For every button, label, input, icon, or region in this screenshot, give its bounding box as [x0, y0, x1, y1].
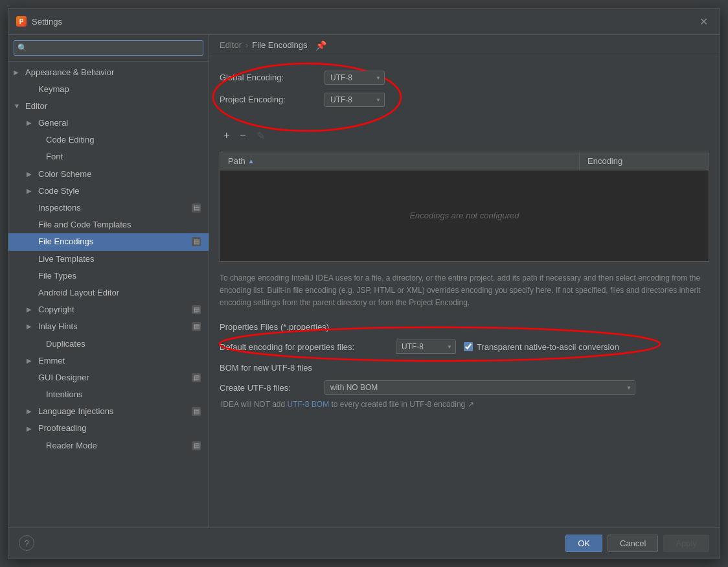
table-toolbar: + − ✎	[220, 125, 709, 146]
sidebar-item-android-layout-editor[interactable]: Android Layout Editor	[8, 284, 209, 301]
expand-arrow: ▶	[27, 305, 34, 314]
bom-section-title: BOM for new UTF-8 files	[220, 363, 709, 373]
footer-left: ?	[19, 535, 34, 551]
sidebar-item-label: Proofreading	[38, 422, 86, 434]
expand-arrow: ▶	[27, 119, 34, 128]
encoding-header-label: Encoding	[587, 156, 622, 166]
sidebar-item-label: File Types	[38, 270, 76, 282]
add-button[interactable]: +	[220, 128, 233, 143]
title-bar: P Settings ✕	[8, 9, 720, 35]
encoding-column-header[interactable]: Encoding	[579, 152, 709, 170]
dialog-footer: ? OK Cancel Apply	[8, 527, 720, 559]
search-box: 🔍	[8, 35, 209, 62]
table-header: Path ▲ Encoding	[220, 152, 709, 170]
bom-hint: IDEA will NOT add UTF-8 BOM to every cre…	[220, 400, 709, 409]
path-header-label: Path	[228, 156, 245, 166]
info-text: To change encoding IntelliJ IDEA uses fo…	[220, 272, 709, 310]
reader-mode-badge: ▤	[192, 441, 201, 450]
properties-section-label: Properties Files (*.properties)	[220, 322, 709, 332]
pin-icon[interactable]: 📌	[315, 40, 326, 51]
project-encoding-row: Project Encoding: UTF-8 UTF-16 ISO-8859-…	[220, 93, 385, 107]
sidebar-item-file-encodings[interactable]: File Encodings ▤	[8, 233, 209, 250]
sidebar-item-label: Emmet	[38, 355, 65, 367]
default-encoding-select[interactable]: UTF-8 UTF-16 ISO-8859-1	[396, 340, 456, 354]
sidebar-item-label: Keymap	[38, 84, 69, 95]
sidebar-item-label: Appearance & Behavior	[25, 67, 114, 78]
sidebar-item-proofreading[interactable]: ▶ Proofreading	[8, 420, 209, 437]
sidebar-item-emmet[interactable]: ▶ Emmet	[8, 353, 209, 369]
default-encoding-label: Default encoding for properties files:	[220, 342, 388, 352]
sidebar-item-intentions[interactable]: Intentions	[8, 386, 209, 403]
sidebar-item-gui-designer[interactable]: GUI Designer ▤	[8, 369, 209, 386]
global-encoding-select[interactable]: UTF-8 UTF-16 ISO-8859-1	[324, 71, 385, 85]
global-encoding-label: Global Encoding:	[220, 73, 317, 82]
sidebar-item-code-editing[interactable]: Code Editing	[8, 132, 209, 148]
bom-hint-link[interactable]: UTF-8 BOM	[287, 400, 329, 409]
copyright-badge: ▤	[192, 305, 201, 314]
dialog-body: 🔍 ▶ Appearance & Behavior Keymap ▼ Edito…	[8, 35, 720, 527]
sidebar-item-label: Code Style	[38, 185, 80, 197]
default-encoding-row: Default encoding for properties files: U…	[220, 340, 709, 354]
apply-button[interactable]: Apply	[663, 535, 709, 552]
sidebar-item-editor[interactable]: ▼ Editor	[8, 98, 209, 115]
sidebar-item-inspections[interactable]: Inspections ▤	[8, 200, 209, 216]
sidebar-item-live-templates[interactable]: Live Templates	[8, 251, 209, 268]
sidebar-item-label: Font	[46, 151, 63, 163]
gui-designer-badge: ▤	[192, 373, 201, 382]
expand-arrow: ▼	[14, 102, 21, 111]
remove-button[interactable]: −	[236, 128, 249, 143]
search-wrapper: 🔍	[14, 40, 203, 56]
expand-arrow: ▶	[27, 424, 34, 434]
main-content: Editor › File Encodings 📌 Global Encodin…	[209, 35, 720, 527]
bom-select[interactable]: with NO BOM with BOM with BOM if needed	[324, 380, 635, 395]
app-icon: P	[16, 16, 27, 27]
cancel-button[interactable]: Cancel	[608, 535, 658, 552]
sidebar-item-file-code-templates[interactable]: File and Code Templates	[8, 216, 209, 233]
sidebar-item-inlay-hints[interactable]: ▶ Inlay Hints ▤	[8, 318, 209, 335]
sidebar-item-appearance[interactable]: ▶ Appearance & Behavior	[8, 64, 209, 81]
sidebar-item-color-scheme[interactable]: ▶ Color Scheme	[8, 166, 209, 183]
project-encoding-select-wrapper: UTF-8 UTF-16 ISO-8859-1	[324, 93, 385, 107]
sidebar-item-file-types[interactable]: File Types	[8, 268, 209, 284]
dialog-title: Settings	[32, 17, 62, 27]
bom-hint-suffix: to every created file in UTF-8 encoding …	[329, 400, 473, 409]
file-encodings-badge: ▤	[192, 237, 201, 246]
encoding-table: Path ▲ Encoding Encodings are not config…	[220, 152, 709, 262]
search-input[interactable]	[14, 40, 203, 56]
breadcrumb-parent: Editor	[220, 40, 242, 50]
sidebar-item-label: Live Templates	[38, 253, 94, 265]
expand-arrow: ▶	[27, 322, 34, 331]
global-encoding-row: Global Encoding: UTF-8 UTF-16 ISO-8859-1	[220, 71, 385, 85]
edit-button[interactable]: ✎	[253, 128, 269, 144]
breadcrumb-separator: ›	[245, 40, 248, 50]
transparent-conversion-checkbox[interactable]	[464, 342, 473, 351]
empty-message: Encodings are not configured	[409, 211, 519, 220]
sidebar-item-code-style[interactable]: ▶ Code Style	[8, 183, 209, 200]
expand-arrow: ▶	[27, 407, 34, 416]
sidebar-item-general[interactable]: ▶ General	[8, 115, 209, 132]
sidebar-item-language-injections[interactable]: ▶ Language Injections ▤	[8, 403, 209, 420]
bom-hint-prefix: IDEA will NOT add	[221, 400, 287, 409]
expand-arrow: ▶	[14, 68, 21, 77]
sidebar-item-font[interactable]: Font	[8, 148, 209, 165]
bom-create-row: Create UTF-8 files: with NO BOM with BOM…	[220, 380, 709, 395]
global-encoding-select-wrapper: UTF-8 UTF-16 ISO-8859-1	[324, 71, 385, 85]
sidebar-item-label: Language Injections	[38, 406, 113, 417]
sidebar-item-copyright[interactable]: ▶ Copyright ▤	[8, 301, 209, 318]
language-injections-badge: ▤	[192, 407, 201, 416]
sort-arrow-icon: ▲	[248, 157, 255, 165]
path-column-header[interactable]: Path ▲	[220, 152, 579, 170]
sidebar-item-duplicates[interactable]: Duplicates	[8, 336, 209, 353]
ok-button[interactable]: OK	[565, 535, 602, 552]
inspections-badge: ▤	[192, 203, 201, 213]
sidebar: 🔍 ▶ Appearance & Behavior Keymap ▼ Edito…	[8, 35, 209, 527]
sidebar-item-keymap[interactable]: Keymap	[8, 81, 209, 98]
default-encoding-select-wrapper: UTF-8 UTF-16 ISO-8859-1	[396, 340, 456, 354]
project-encoding-select[interactable]: UTF-8 UTF-16 ISO-8859-1	[324, 93, 385, 107]
help-button[interactable]: ?	[19, 535, 34, 551]
search-icon: 🔍	[17, 43, 27, 52]
sidebar-item-reader-mode[interactable]: Reader Mode ▤	[8, 437, 209, 454]
sidebar-item-label: Copyright	[38, 304, 74, 316]
close-button[interactable]: ✕	[696, 14, 712, 29]
sidebar-item-label: GUI Designer	[38, 372, 89, 384]
